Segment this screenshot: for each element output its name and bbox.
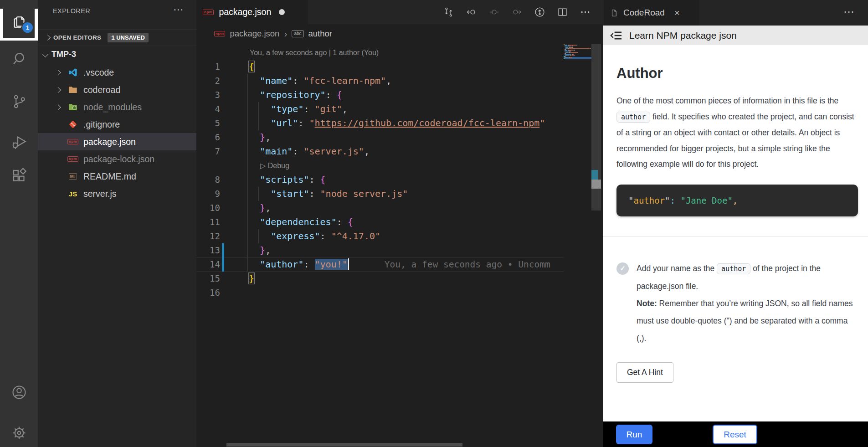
minimap-line	[564, 58, 565, 59]
code-line-8[interactable]: 8 "scripts": {	[196, 173, 564, 187]
line-text: "dependencies": {	[226, 215, 564, 229]
menu-back-icon[interactable]	[610, 31, 622, 41]
unsaved-badge: 1 UNSAVED	[108, 33, 148, 42]
run-button[interactable]: Run	[616, 425, 652, 444]
activity-item-settings[interactable]	[0, 416, 38, 447]
file-icon	[610, 9, 618, 17]
vertical-scrollbar[interactable]	[591, 44, 601, 211]
code-line-11[interactable]: 11 "dependencies": {	[196, 215, 564, 229]
tree-item-package-json[interactable]: npmpackage.json	[38, 133, 196, 150]
tree-item-readme-md[interactable]: M↓README.md	[38, 168, 196, 185]
tree-item--vscode[interactable]: .vscode	[38, 64, 196, 81]
code-line-9[interactable]: 9 "start": "node server.js"	[196, 187, 564, 201]
panel-tab-label: CodeRoad	[623, 8, 665, 18]
activity-item-account[interactable]	[0, 375, 38, 410]
code-line-1[interactable]: 1{	[196, 60, 564, 74]
code-line-12[interactable]: 12 "express": "^4.17.0"	[196, 229, 564, 243]
breadcrumb-symbol[interactable]: author	[308, 29, 332, 39]
line-number: 5	[196, 116, 220, 130]
sidebar-more-icon[interactable]: ⋯	[173, 4, 185, 16]
codelens-row[interactable]: ▷ Debug	[196, 159, 564, 173]
tree-item-label: coderoad	[83, 85, 120, 95]
line-number: 13	[196, 243, 220, 257]
tree-item-server-js[interactable]: JSserver.js	[38, 185, 196, 202]
reset-button[interactable]: Reset	[713, 425, 757, 444]
tree-item--gitignore[interactable]: .gitignore	[38, 116, 196, 133]
open-editors-section[interactable]: OPEN EDITORS 1 UNSAVED	[38, 29, 196, 46]
code-line-16[interactable]: 16	[196, 286, 564, 300]
breadcrumb: npm package.json › abc author	[196, 24, 603, 43]
tree-item-label: .vscode	[83, 67, 114, 78]
line-text: "express": "^4.17.0"	[226, 229, 564, 243]
activity-item-explorer[interactable]: 1	[0, 4, 38, 39]
file-tree: .vscodecoderoadnode_modules.gitignorenpm…	[38, 64, 196, 202]
activity-bar: 1	[0, 0, 38, 447]
tree-item-coderoad[interactable]: coderoad	[38, 81, 196, 98]
active-indicator	[35, 9, 38, 39]
minimap-line	[576, 45, 577, 46]
lesson-text: field. It specifies who created the proj…	[616, 112, 854, 169]
line-number	[196, 46, 220, 60]
gutter	[220, 116, 226, 130]
lesson-paragraph: One of the most common pieces of informa…	[616, 93, 858, 172]
code-editor[interactable]: You, a few seconds ago | 1 author (You)1…	[196, 44, 564, 300]
minimap[interactable]	[564, 44, 591, 69]
codelens-row[interactable]: You, a few seconds ago | 1 author (You)	[196, 46, 564, 60]
tab-coderoad[interactable]: CodeRoad ×	[604, 0, 699, 26]
codelens-text: You, a few seconds ago | 1 author (You)	[226, 46, 564, 60]
code-line-5[interactable]: 5 "url": "https://github.com/coderoad/fc…	[196, 116, 564, 130]
code-line-13[interactable]: 13 },	[196, 243, 564, 257]
code-line-14[interactable]: 14 "author": "you!"You, a few seconds ag…	[196, 257, 564, 272]
activity-item-source-control[interactable]	[0, 84, 38, 119]
code-line-2[interactable]: 2 "name": "fcc-learn-npm",	[196, 74, 564, 88]
overview-ruler-cursor-decoration	[591, 180, 601, 189]
horizontal-scrollbar[interactable]	[226, 443, 462, 447]
tree-item-package-lock-json[interactable]: npmpackage-lock.json	[38, 150, 196, 168]
panel-more-icon[interactable]: ⋯	[843, 5, 855, 18]
line-number: 11	[196, 215, 220, 229]
activity-item-extensions[interactable]	[0, 159, 38, 193]
gutter	[220, 201, 226, 215]
code-line-3[interactable]: 3 "repository": {	[196, 88, 564, 102]
task-text-part: Add your name as the	[637, 264, 717, 273]
tree-item-node-modules[interactable]: node_modules	[38, 98, 196, 116]
split-editor-icon[interactable]	[557, 6, 568, 18]
minimap-line	[574, 50, 575, 51]
line-number: 9	[196, 187, 220, 201]
run-circle-icon[interactable]	[534, 6, 545, 18]
code-line-15[interactable]: 15}	[196, 272, 564, 286]
line-number: 10	[196, 201, 220, 215]
close-icon[interactable]: ×	[674, 7, 680, 18]
task-item: ✓ Add your name as the author of the pro…	[616, 260, 858, 347]
code-line-6[interactable]: 6 },	[196, 130, 564, 144]
next-change-icon[interactable]	[511, 6, 523, 18]
npm-icon: npm	[67, 156, 79, 162]
code-line-4[interactable]: 4 "type": "git",	[196, 102, 564, 116]
code-line-7[interactable]: 7 "main": "server.js",	[196, 144, 564, 159]
previous-change-icon[interactable]	[466, 6, 477, 18]
activity-item-run-debug[interactable]	[0, 125, 38, 159]
change-indicator-icon[interactable]	[488, 6, 500, 18]
gutter	[220, 60, 226, 74]
workspace-root[interactable]: TMP-3	[38, 46, 196, 63]
gutter	[220, 74, 226, 88]
line-text: "url": "https://github.com/coderoad/fcc-…	[226, 116, 564, 130]
compare-changes-icon[interactable]	[443, 6, 454, 18]
unsaved-dot-icon[interactable]	[279, 9, 285, 15]
open-editors-label: OPEN EDITORS	[53, 34, 101, 41]
code-line-10[interactable]: 10 },	[196, 201, 564, 215]
activity-item-search[interactable]	[0, 42, 38, 77]
more-actions-icon[interactable]	[580, 6, 591, 18]
lesson-content: Author One of the most common pieces of …	[603, 45, 868, 421]
line-text: "main": "server.js",	[226, 144, 564, 159]
tree-item-label: node_modules	[83, 102, 142, 113]
get-hint-button[interactable]: Get A Hint	[616, 362, 673, 383]
breadcrumb-file[interactable]: package.json	[230, 29, 279, 39]
extensions-icon	[11, 168, 27, 184]
gear-icon	[11, 425, 27, 441]
tutorial-header: Learn NPM package json	[603, 26, 868, 45]
npm-icon: npm	[214, 31, 225, 36]
gutter	[220, 272, 226, 286]
npm-icon: npm	[203, 10, 214, 15]
tab-package-json[interactable]: npm package.json	[196, 0, 308, 24]
